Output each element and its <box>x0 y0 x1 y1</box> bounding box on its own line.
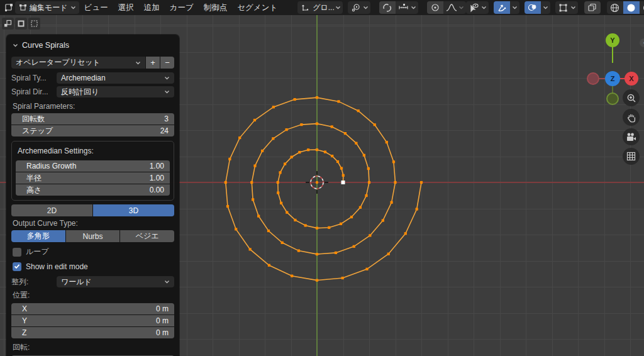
material-preview-button[interactable] <box>640 1 644 14</box>
menu-control-points[interactable]: 制御点 <box>199 0 233 15</box>
control-point <box>420 181 423 184</box>
show-gizmos-button[interactable] <box>494 1 510 14</box>
location-fields: X 0 m Y 0 m Z 0 m <box>11 303 174 338</box>
toggle-perspective-button[interactable] <box>623 148 640 165</box>
add-preset-button[interactable]: + <box>146 57 160 69</box>
show-overlays-button[interactable] <box>525 1 541 14</box>
dimension-2d-button[interactable]: 2D <box>11 204 92 216</box>
menu-segments[interactable]: セグメント <box>232 0 282 15</box>
curve-type-nurbs-button[interactable]: Nurbs <box>66 230 120 242</box>
show-in-edit-mode-checkbox[interactable] <box>13 262 21 271</box>
sidebar-toggle-arrow[interactable]: ‹ <box>640 38 644 47</box>
proportional-editing-button[interactable] <box>427 1 443 14</box>
control-point <box>390 201 392 204</box>
spiral-type-dropdown[interactable]: Archemedian <box>57 72 174 84</box>
curve-type-poly-button[interactable]: 多角形 <box>11 230 65 242</box>
control-point <box>277 181 279 184</box>
gizmo-x-label: X <box>629 75 633 82</box>
gizmo-z-label: Z <box>611 75 615 82</box>
select-box-tool-icon[interactable] <box>15 18 27 30</box>
location-y-field[interactable]: Y 0 m <box>11 315 174 326</box>
control-point <box>337 100 340 103</box>
pivot-point-group[interactable] <box>348 1 370 14</box>
proportional-edit-group <box>427 1 466 14</box>
control-point <box>307 148 309 151</box>
chevron-down-icon <box>481 5 487 10</box>
align-row: 整列: ワールド <box>11 276 174 287</box>
control-point <box>297 249 300 252</box>
camera-view-button[interactable] <box>623 128 640 145</box>
gizmo-x-ball[interactable]: X <box>625 72 638 86</box>
dimension-3d-button[interactable]: 3D <box>93 204 174 216</box>
pan-button[interactable] <box>623 109 640 126</box>
radius-growth-value: 1.00 <box>150 162 164 170</box>
panel-title: Curve Spirals <box>22 41 69 50</box>
panel-header[interactable]: Curve Spirals <box>13 40 174 51</box>
control-point <box>228 158 231 160</box>
control-point <box>353 245 355 248</box>
menu-curve[interactable]: カーブ <box>165 0 199 15</box>
chevron-down-icon <box>543 5 548 10</box>
control-point <box>291 156 293 159</box>
zoom-button[interactable] <box>623 89 640 106</box>
control-point <box>374 123 376 126</box>
spiral-direction-dropdown[interactable]: 反時計回り <box>57 86 174 97</box>
curve-type-bezier-button[interactable]: ベジエ <box>120 230 174 242</box>
spiral-type-row: Spiral Ty... Archemedian <box>11 72 174 84</box>
selectability-group[interactable] <box>466 1 489 14</box>
mode-selector[interactable]: 編集モード <box>15 1 79 14</box>
editor-type-icon[interactable] <box>3 1 15 14</box>
gizmo-dropdown[interactable] <box>510 1 519 14</box>
height-field[interactable]: 高さ 0.00 <box>16 184 170 196</box>
location-x-field[interactable]: X 0 m <box>11 303 174 314</box>
control-point <box>250 181 253 184</box>
control-point <box>355 142 357 145</box>
align-value: ワールド <box>61 277 160 287</box>
transform-orientation-group[interactable]: グロ... <box>297 1 343 14</box>
gizmo-y-ball[interactable]: Y <box>606 33 619 47</box>
falloff-button[interactable] <box>443 1 466 14</box>
control-point <box>387 253 390 255</box>
loop-checkbox[interactable] <box>13 248 21 257</box>
location-z-field[interactable]: Z 0 m <box>11 327 174 338</box>
blender-window: 編集モード ビュー 選択 追加 カーブ 制御点 セグメント グロ... <box>0 0 644 356</box>
turns-value: 3 <box>164 114 169 123</box>
location-label: 位置: <box>13 290 174 301</box>
menu-add[interactable]: 追加 <box>139 0 165 15</box>
multiview-button[interactable] <box>584 1 601 14</box>
solid-shading-button[interactable] <box>623 1 640 14</box>
wireframe-shading-button[interactable] <box>607 1 623 14</box>
control-point <box>392 160 395 163</box>
gizmo-neg-x-ball[interactable] <box>587 72 599 85</box>
radius-growth-field[interactable]: Radius Growth 1.00 <box>16 160 170 172</box>
gizmo-neg-y-ball[interactable] <box>606 92 619 105</box>
radius-field[interactable]: 半径 1.00 <box>16 172 170 184</box>
select-circle-tool-icon[interactable] <box>28 18 40 30</box>
chevron-down-icon <box>70 5 76 10</box>
menu-view[interactable]: ビュー <box>79 0 113 15</box>
control-point <box>357 109 360 112</box>
pivot-point-icon <box>350 1 362 14</box>
menu-select[interactable]: 選択 <box>113 0 139 15</box>
snap-group <box>379 1 418 14</box>
rotation-label: 回転: <box>13 342 174 353</box>
control-point <box>341 277 344 279</box>
viewport-header: 編集モード ビュー 選択 追加 カーブ 制御点 セグメント グロ... <box>0 0 644 15</box>
radius-label: 半径 <box>21 173 150 184</box>
steps-field[interactable]: ステップ 24 <box>11 125 174 136</box>
toggle-xray-button[interactable] <box>555 1 578 14</box>
toggle-xray-icon <box>557 1 570 14</box>
curve-type-toggle: 多角形 Nurbs ベジエ <box>11 230 174 242</box>
turns-field[interactable]: 回転数 3 <box>11 113 174 125</box>
remove-preset-button[interactable]: − <box>160 57 174 69</box>
shading-group <box>607 1 644 14</box>
overlays-dropdown[interactable] <box>541 1 550 14</box>
tweak-tool-icon[interactable] <box>2 18 14 30</box>
gizmo-z-ball[interactable]: Z <box>605 71 620 86</box>
operator-preset-dropdown[interactable]: オペレータープリセット <box>11 57 145 69</box>
align-dropdown[interactable]: ワールド <box>57 276 174 287</box>
control-point <box>277 191 279 194</box>
snap-target-button[interactable] <box>396 1 418 14</box>
snap-toggle-button[interactable] <box>379 1 396 14</box>
selectability-icon <box>468 1 480 14</box>
